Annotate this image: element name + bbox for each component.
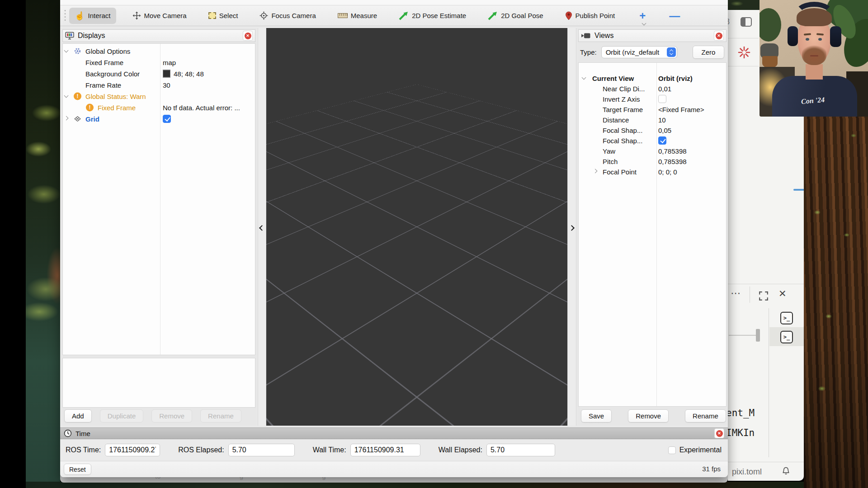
displays-row-background-color[interactable]: Background Color48; 48; 48: [63, 68, 255, 79]
views-row-invert-z-axis[interactable]: Invert Z Axis: [579, 94, 726, 104]
tool-label: Move Camera: [144, 12, 187, 19]
tool-focus-camera[interactable]: Focus Camera: [254, 8, 321, 24]
views-save-button[interactable]: Save: [581, 409, 612, 422]
checkbox-checked[interactable]: [658, 136, 666, 145]
selection-box-icon: [208, 12, 216, 19]
property-label: Frame Rate: [85, 81, 121, 89]
displays-row-fixed-frame[interactable]: !Fixed FrameNo tf data. Actual error: ..…: [63, 102, 255, 113]
divider: [750, 286, 750, 303]
field-input-ros-time[interactable]: [105, 444, 160, 456]
tool-measure[interactable]: Measure: [332, 8, 382, 24]
fullscreen-icon[interactable]: [759, 291, 769, 301]
experimental-toggle: Experimental: [668, 446, 722, 454]
chevron-right-icon[interactable]: [593, 169, 598, 173]
field-input-wall-elapsed[interactable]: [486, 444, 555, 456]
collapse-right-panel-handle[interactable]: [567, 28, 576, 426]
displays-row-grid[interactable]: Grid: [63, 113, 255, 124]
panel-title: Displays: [78, 32, 105, 40]
close-panel-button[interactable]: [714, 428, 724, 438]
tool-interact[interactable]: ☝Interact: [69, 8, 116, 24]
time-panel: Time ROS Time:ROS Elapsed:Wall Time:Wall…: [60, 427, 728, 477]
property-label: Invert Z Axis: [603, 95, 640, 103]
views-row-target-frame[interactable]: Target Frame<Fixed Frame>: [579, 104, 726, 114]
collapse-left-panel-handle[interactable]: [258, 28, 266, 426]
time-panel-header[interactable]: Time: [60, 427, 728, 439]
checkbox-checked[interactable]: [163, 115, 171, 123]
view-type-row: Type: Orbit (rviz_default Zero: [578, 45, 726, 59]
displays-row-fixed-frame[interactable]: Fixed Framemap: [63, 56, 255, 68]
chevron-right-icon[interactable]: [64, 116, 69, 120]
displays-row-global-options[interactable]: Global Options: [63, 45, 255, 56]
views-row-focal-point[interactable]: Focal Point0; 0; 0: [579, 166, 726, 177]
reset-button[interactable]: Reset: [64, 464, 91, 475]
terminal-icon[interactable]: >_: [780, 312, 793, 324]
tool-label: Select: [219, 12, 238, 19]
slider-track[interactable]: [729, 335, 757, 336]
views-panel-header[interactable]: Views: [578, 29, 726, 42]
tool-2d-goal-pose[interactable]: 2D Goal Pose: [482, 8, 548, 24]
toolbar-drag-handle[interactable]: [64, 9, 66, 23]
property-label: Current View: [592, 74, 634, 82]
wallpaper-foliage-strip: [728, 0, 760, 11]
add-tool-button[interactable]: +: [639, 9, 646, 22]
views-row-pitch[interactable]: Pitch0,785398: [579, 156, 726, 166]
tool-select[interactable]: Select: [203, 8, 244, 24]
views-row-current-view[interactable]: Current ViewOrbit (rviz): [579, 73, 726, 83]
tool-label: Publish Point: [576, 12, 615, 19]
terminal-icon[interactable]: >_: [780, 331, 793, 343]
sidebar-toggle-icon[interactable]: [741, 17, 752, 27]
headphone-cup-right: [830, 26, 841, 47]
views-row-yaw[interactable]: Yaw0,785398: [579, 145, 726, 156]
displays-rename-button: Rename: [200, 409, 241, 422]
close-panel-button[interactable]: [714, 31, 724, 41]
property-label: Global Status: Warn: [85, 92, 146, 100]
type-label: Type:: [580, 48, 597, 56]
blue-indicator: [793, 189, 804, 191]
tool-move-camera[interactable]: Move Camera: [127, 8, 192, 24]
tool-publish-point[interactable]: Publish Point: [560, 8, 621, 24]
green-arrow-icon: [488, 11, 498, 20]
close-panel-button[interactable]: [243, 31, 253, 41]
property-label: Background Color: [85, 70, 140, 77]
chevron-right-icon: [569, 225, 575, 231]
field-input-ros-elapsed[interactable]: [228, 444, 295, 456]
remove-tool-button[interactable]: —: [669, 9, 680, 22]
property-value: 0,01: [658, 84, 671, 92]
views-rename-button[interactable]: Rename: [685, 409, 726, 422]
slider-handle[interactable]: [756, 329, 760, 342]
chevron-down-icon[interactable]: [582, 75, 586, 80]
starburst-icon[interactable]: [737, 45, 751, 60]
views-row-focal-shap[interactable]: Focal Shap...: [579, 135, 726, 145]
headphones-band: [794, 2, 835, 28]
view-type-select[interactable]: Orbit (rviz_default: [601, 46, 677, 58]
tool-2d-pose-estimate[interactable]: 2D Pose Estimate: [393, 8, 472, 24]
views-tree: Current ViewOrbit (rviz)Near Clip Di...0…: [578, 62, 726, 407]
divider: [728, 66, 759, 66]
views-row-focal-shap[interactable]: Focal Shap...0,05: [579, 125, 726, 135]
displays-panel-header[interactable]: Displays: [62, 29, 255, 42]
close-icon[interactable]: ✕: [778, 288, 787, 299]
chevron-down-icon[interactable]: [64, 93, 69, 98]
chevron-down-icon[interactable]: [64, 48, 69, 52]
views-row-distance[interactable]: Distance10: [579, 114, 726, 125]
zero-button[interactable]: Zero: [693, 46, 724, 59]
displays-row-global-status-warn[interactable]: !Global Status: Warn: [63, 90, 255, 102]
views-remove-button[interactable]: Remove: [628, 409, 669, 422]
bell-icon[interactable]: [781, 466, 791, 476]
fps-counter: 31 fps: [702, 465, 721, 473]
3d-viewport[interactable]: [266, 28, 567, 426]
displays-add-button[interactable]: Add: [64, 409, 92, 422]
grid-icon: [74, 115, 81, 122]
experimental-checkbox[interactable]: [668, 446, 676, 454]
views-row-near-clip-di[interactable]: Near Clip Di...0,01: [579, 83, 726, 94]
checkbox-unchecked[interactable]: [658, 95, 666, 103]
property-label: Grid: [85, 115, 99, 122]
field-input-wall-time[interactable]: [350, 444, 420, 456]
person-neck: [806, 64, 823, 80]
headphone-cup-left: [788, 26, 798, 46]
desktop: to g g 8 ⋯ ✕ >_ >_ ent_M IMKIn pixi: [0, 0, 868, 488]
displays-row-frame-rate[interactable]: Frame Rate30: [63, 79, 255, 90]
more-options-icon[interactable]: ⋯: [731, 287, 741, 299]
tool-label: Interact: [88, 12, 110, 19]
window-titlebar[interactable]: [60, 0, 728, 5]
